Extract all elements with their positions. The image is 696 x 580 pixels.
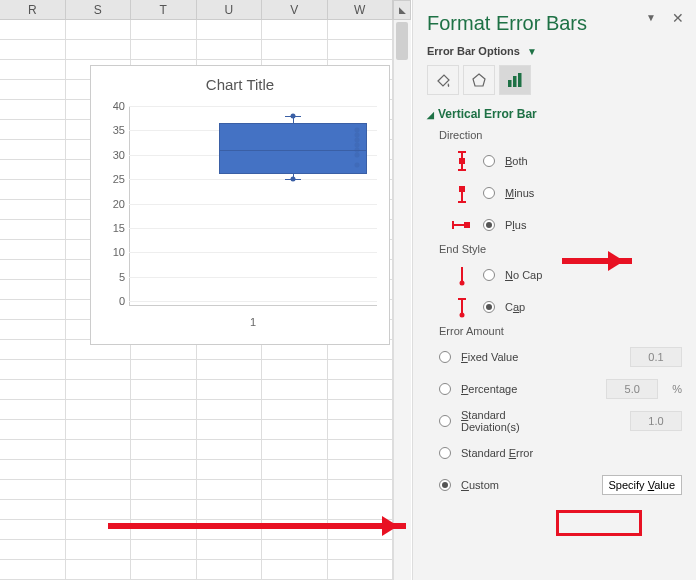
effects-tab[interactable]	[463, 65, 495, 95]
x-tick-label: 1	[129, 316, 377, 328]
option-label: Standard Error	[461, 447, 682, 459]
svg-rect-13	[464, 222, 470, 228]
option-label: No Cap	[505, 269, 682, 281]
direction-minus-option[interactable]: Minus	[451, 179, 682, 207]
radio[interactable]	[483, 155, 495, 167]
plot-area[interactable]: 1 0510152025303540	[129, 106, 377, 306]
stddev-input[interactable]: 1.0	[630, 411, 682, 431]
nocap-icon	[451, 264, 473, 286]
radio[interactable]	[439, 383, 451, 395]
radio[interactable]	[483, 301, 495, 313]
pentagon-icon	[470, 71, 488, 89]
y-tick-label: 10	[97, 246, 125, 258]
svg-point-18	[460, 313, 465, 318]
y-tick-label: 30	[97, 149, 125, 161]
direction-both-option[interactable]: Both	[451, 147, 682, 175]
col-header[interactable]: W	[328, 0, 394, 19]
radio[interactable]	[439, 351, 451, 363]
y-tick-label: 15	[97, 222, 125, 234]
radio[interactable]	[439, 479, 451, 491]
vertical-scrollbar[interactable]	[393, 20, 411, 580]
radio[interactable]	[439, 447, 451, 459]
endstyle-group-label: End Style	[439, 243, 682, 255]
radio[interactable]	[439, 415, 451, 427]
panel-tab-group	[427, 65, 682, 95]
radio[interactable]	[483, 187, 495, 199]
scrollbar-thumb[interactable]	[396, 22, 408, 60]
format-error-bars-panel: ▼ ✕ Format Error Bars Error Bar Options …	[412, 0, 696, 580]
fixed-value-input[interactable]: 0.1	[630, 347, 682, 367]
svg-rect-7	[459, 158, 465, 164]
y-tick-label: 0	[97, 295, 125, 307]
direction-group-label: Direction	[439, 129, 682, 141]
panel-dropdown[interactable]: Error Bar Options ▼	[427, 45, 682, 57]
percentage-input[interactable]: 5.0	[606, 379, 658, 399]
x-axis	[129, 305, 377, 306]
chevron-down-icon: ▼	[527, 46, 537, 57]
option-label: Cap	[505, 301, 682, 313]
bar-options-tab[interactable]	[499, 65, 531, 95]
bar-series[interactable]	[219, 123, 367, 174]
svg-rect-1	[508, 80, 512, 87]
collapse-triangle-icon: ◢	[427, 110, 434, 120]
endstyle-cap-option[interactable]: Cap	[451, 293, 682, 321]
close-icon[interactable]: ✕	[672, 10, 684, 26]
option-label: Minus	[505, 187, 682, 199]
y-tick-label: 5	[97, 271, 125, 283]
endstyle-nocap-option[interactable]: No Cap	[451, 261, 682, 289]
col-header[interactable]: V	[262, 0, 328, 19]
svg-marker-0	[473, 74, 485, 86]
error-both-icon	[451, 150, 473, 172]
y-tick-label: 35	[97, 124, 125, 136]
panel-dropdown-label: Error Bar Options	[427, 45, 520, 57]
radio[interactable]	[483, 219, 495, 231]
error-minus-icon	[451, 182, 473, 204]
option-label: Percentage	[461, 383, 596, 395]
col-header[interactable]: U	[197, 0, 263, 19]
col-header[interactable]: T	[131, 0, 197, 19]
panel-options-dropdown-icon[interactable]: ▼	[646, 12, 656, 23]
specify-value-button[interactable]: Specify Value	[602, 475, 682, 495]
col-header[interactable]: R	[0, 0, 66, 19]
annotation-arrow	[108, 523, 406, 529]
option-label: Fixed Value	[461, 351, 620, 363]
direction-plus-option[interactable]: Plus	[451, 211, 682, 239]
select-all-triangle[interactable]: ◣	[393, 0, 411, 20]
option-label: Plus	[505, 219, 682, 231]
panel-title: Format Error Bars	[427, 12, 682, 35]
y-tick-label: 40	[97, 100, 125, 112]
paint-bucket-icon	[434, 71, 452, 89]
svg-rect-10	[459, 186, 465, 192]
chart-title[interactable]: Chart Title	[91, 66, 389, 97]
amount-stddev-option[interactable]: StandardDeviation(s) 1.0	[439, 407, 682, 435]
error-plus-icon	[451, 218, 473, 232]
option-label: Both	[505, 155, 682, 167]
amount-stderr-option[interactable]: Standard Error	[439, 439, 682, 467]
col-header[interactable]: S	[66, 0, 132, 19]
amount-custom-option[interactable]: Custom Specify Value	[439, 471, 682, 499]
svg-point-15	[460, 281, 465, 286]
cap-icon	[451, 296, 473, 318]
option-label: StandardDeviation(s)	[461, 409, 620, 433]
amount-fixed-option[interactable]: Fixed Value 0.1	[439, 343, 682, 371]
percent-unit: %	[672, 383, 682, 395]
option-label: Custom	[461, 479, 592, 491]
radio[interactable]	[483, 269, 495, 281]
annotation-arrow	[562, 258, 632, 264]
column-header-strip: R S T U V W	[0, 0, 393, 20]
bar-chart-icon	[506, 71, 524, 89]
y-tick-label: 25	[97, 173, 125, 185]
svg-rect-2	[513, 76, 517, 87]
fill-line-tab[interactable]	[427, 65, 459, 95]
amount-percentage-option[interactable]: Percentage 5.0 %	[439, 375, 682, 403]
svg-rect-3	[518, 73, 522, 87]
embedded-chart[interactable]: Chart Title 1 0510152025303540	[90, 65, 390, 345]
amount-group-label: Error Amount	[439, 325, 682, 337]
section-header[interactable]: ◢Vertical Error Bar	[427, 107, 682, 121]
y-tick-label: 20	[97, 198, 125, 210]
